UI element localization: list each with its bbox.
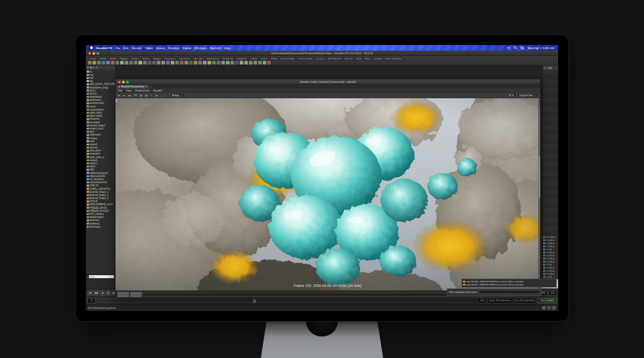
checker-icon[interactable]: ▩	[144, 93, 148, 97]
tree-filter-input[interactable]: Filter	[89, 275, 114, 278]
shelf-tool-icon[interactable]	[185, 61, 188, 64]
menubar-menu-item[interactable]: Windows	[194, 47, 206, 50]
shelf-tool-icon[interactable]	[162, 61, 165, 64]
size-mode-selector[interactable]: Original Size ▼	[517, 93, 539, 97]
zoom-level[interactable]: 62 %	[507, 93, 516, 97]
shelf-tool-icon[interactable]	[198, 61, 202, 64]
menubar-menu-item[interactable]: Redshift	[210, 47, 221, 50]
scrollbar-thumb[interactable]	[539, 156, 540, 198]
menubar-menu-item[interactable]: Render	[132, 47, 142, 50]
cook-icon[interactable]: ●	[547, 306, 551, 310]
viewport-scrollbar[interactable]	[538, 98, 540, 290]
close-window-button[interactable]	[88, 52, 91, 55]
shelf-tool-icon[interactable]	[226, 61, 229, 64]
shelf-tool-icon[interactable]	[152, 61, 156, 64]
range-start-field[interactable]: 1	[87, 298, 96, 303]
zoom-window-button[interactable]	[126, 81, 129, 83]
menubar-menu-item[interactable]: Assets	[156, 47, 165, 50]
renderview-menu-item[interactable]: Houdini	[153, 89, 163, 92]
pin-icon[interactable]	[544, 67, 546, 69]
shelf-tool-icon[interactable]	[97, 61, 101, 64]
shelf-tool-icon[interactable]	[217, 61, 220, 64]
memory-icon[interactable]: ▦	[542, 306, 546, 310]
render-viewport[interactable]: Frame 102: 2026-02-06 20:03:58 (1m 54s)	[116, 98, 540, 290]
menubar-menu-item[interactable]: Edit	[123, 47, 128, 50]
transport-button[interactable]: |◀	[87, 290, 93, 296]
shelf-tool-icon[interactable]	[120, 61, 124, 64]
shelf-tool-icon[interactable]	[134, 61, 137, 64]
cache-path-row[interactable]: orig/CACHED_MAIN/WKSNAPS/acquisition12/d…	[463, 283, 555, 286]
gear-icon[interactable]	[547, 67, 549, 69]
shelf-tool-icon[interactable]	[194, 61, 197, 64]
search-icon[interactable]	[514, 46, 517, 50]
shelf-tool-icon[interactable]	[139, 61, 142, 64]
shelf-tool-icon[interactable]	[249, 61, 252, 64]
shelf-tool-icon[interactable]	[175, 61, 179, 64]
bucket-icon[interactable]: ◐	[165, 93, 169, 97]
tree-node-row[interactable]: attribcopy1	[87, 225, 115, 228]
menubar-menu-item[interactable]: Help	[224, 47, 230, 50]
tree-home-icon[interactable]	[87, 66, 89, 69]
close-window-button[interactable]	[118, 81, 121, 83]
new-tab-button[interactable]: +	[150, 85, 153, 88]
shelf-tool-icon[interactable]	[93, 61, 96, 64]
menubar-menu-item[interactable]: File	[116, 47, 121, 50]
renderview-menu-item[interactable]: View	[126, 89, 131, 92]
wifi-icon[interactable]	[507, 47, 511, 50]
shelf-tool-icon[interactable]	[171, 61, 174, 64]
auto-update-button[interactable]: Auto Update	[538, 298, 557, 303]
tree-sync-icon[interactable]	[90, 66, 92, 69]
shelf-tool-icon[interactable]	[263, 61, 266, 64]
menubar-menu-item[interactable]: Radial	[182, 47, 191, 50]
menubar-app-name[interactable]: Houdini FX	[96, 47, 112, 50]
shelf-tool-icon[interactable]	[106, 61, 110, 64]
shelf-tool-icon[interactable]	[102, 61, 105, 64]
shelf-tool-icon[interactable]	[208, 61, 211, 64]
shelf-tool-icon[interactable]	[235, 61, 239, 64]
transport-button[interactable]: ▶	[106, 290, 111, 296]
shelf-tool-icon[interactable]	[240, 61, 243, 64]
help-icon[interactable]	[549, 67, 551, 69]
tree-expand-icon[interactable]	[93, 66, 95, 69]
shelf-tool-icon[interactable]	[116, 61, 119, 64]
grid-icon[interactable]: ▦	[139, 93, 143, 97]
shelf-tool-icon[interactable]	[180, 61, 183, 64]
target-icon[interactable]: ◉	[154, 93, 158, 97]
range-slider[interactable]	[97, 300, 476, 302]
shelf-tool-icon[interactable]	[244, 61, 248, 64]
shelf-tool-icon[interactable]	[125, 61, 128, 64]
shelf-tool-icon[interactable]	[203, 61, 206, 64]
filter-materials-input[interactable]	[479, 290, 540, 294]
close-tab-icon[interactable]: ×	[145, 85, 147, 88]
refresh-icon[interactable]: ↻	[149, 93, 153, 97]
render-start-icon[interactable]: ▶	[117, 93, 121, 97]
snapshot-thumbnail[interactable]	[130, 292, 142, 297]
tab-redshift-renderview[interactable]: Redshift RenderView ×	[117, 85, 149, 88]
renderview-menu-item[interactable]: Preferences	[135, 89, 150, 92]
shelf-tool-icon[interactable]	[129, 61, 133, 64]
tree-node-row[interactable]: ADD_QUICK_TEXTURE	[87, 83, 115, 86]
shelf-tool-icon[interactable]	[212, 61, 216, 64]
apple-menu[interactable]	[90, 46, 93, 50]
key-all-button[interactable]: Key All (Channels)	[513, 298, 536, 303]
renderview-menu-item[interactable]: File	[118, 89, 122, 92]
shelf-tool-icon[interactable]	[111, 61, 114, 64]
tree-collapse-icon[interactable]	[96, 66, 98, 69]
children-row[interactable]: 1 child	[543, 275, 558, 278]
shelf-tool-icon[interactable]	[157, 61, 160, 64]
children-row[interactable]: 16 children	[543, 235, 558, 238]
transport-button[interactable]: ◀	[100, 290, 105, 296]
cache-path-row[interactable]: orig/CACHED_MAIN/WKSNAPS/acquisition12/d…	[463, 280, 555, 283]
aov-selector[interactable]: Beauty ▼	[170, 93, 186, 97]
shelf-tool-icon[interactable]	[221, 61, 225, 64]
menubar-menu-item[interactable]: Takes	[145, 47, 153, 50]
menubar-menu-item[interactable]: Desktop	[168, 47, 179, 50]
shelf-tool-icon[interactable]	[258, 61, 262, 64]
houdini-titlebar[interactable]: /Users/andra/Documents/Projects/Morph.hi…	[86, 51, 558, 56]
snapshot-thumbnail[interactable]	[118, 292, 129, 297]
minimize-window-button[interactable]	[93, 52, 95, 55]
step-field[interactable]: 1.0	[548, 290, 557, 296]
shelf-tool-icon[interactable]	[254, 61, 257, 64]
shelf-tool-icon[interactable]	[148, 61, 151, 64]
chevron-down-icon[interactable]: ▾	[87, 276, 88, 278]
